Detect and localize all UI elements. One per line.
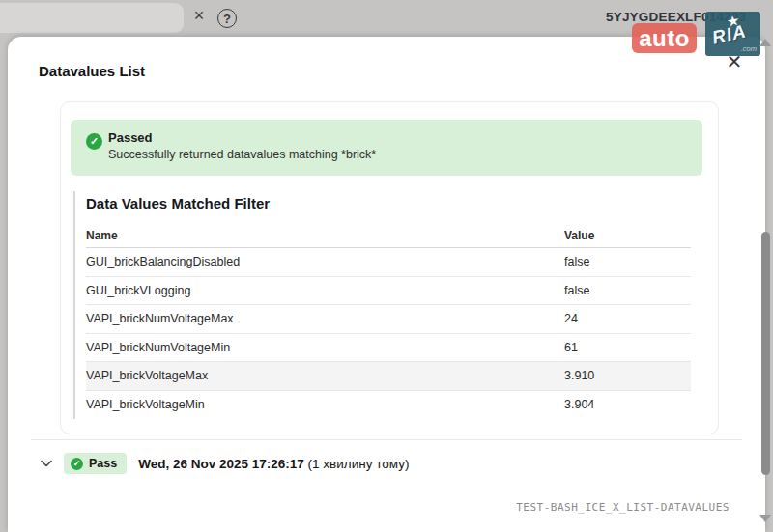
cell-value: 3.910 (564, 369, 691, 382)
chevron-down-icon[interactable] (39, 457, 54, 470)
cell-name: VAPI_brickVoltageMax (86, 369, 564, 382)
scrollbar-down-arrow[interactable] (759, 515, 771, 522)
run-relative-time: (1 хвилину тому) (308, 457, 410, 471)
cell-value: false (564, 284, 691, 297)
table-header-row: Name Value (86, 223, 691, 248)
help-icon[interactable]: ? (217, 9, 237, 28)
cell-name: VAPI_brickVoltageMin (86, 398, 564, 411)
table-row[interactable]: VAPI_brickNumVoltageMin 61 (86, 334, 691, 363)
pass-badge-label: Pass (89, 457, 117, 470)
cell-name: VAPI_brickNumVoltageMax (86, 312, 564, 325)
run-timestamp: Wed, 26 Nov 2025 17:26:17 (1 хвилину том… (138, 457, 409, 471)
modal-title: Datavalues List (39, 63, 145, 79)
column-header-name: Name (86, 229, 564, 242)
run-datetime: Wed, 26 Nov 2025 17:26:17 (138, 457, 304, 471)
tab-close-icon[interactable]: × (189, 6, 209, 26)
table-row[interactable]: GUI_brickVLogging false (86, 277, 691, 306)
footer-divider (31, 439, 742, 440)
cell-name: VAPI_brickNumVoltageMin (86, 341, 564, 354)
cell-value: 3.904 (564, 398, 691, 411)
cell-name: GUI_brickBalancingDisabled (86, 255, 564, 268)
table-row[interactable]: VAPI_brickVoltageMin 3.904 (86, 391, 691, 420)
cell-name: GUI_brickVLogging (86, 284, 564, 297)
scrollbar-thumb[interactable] (761, 232, 770, 475)
scrollbar-up-arrow[interactable] (759, 39, 771, 46)
column-header-value: Value (564, 229, 691, 242)
browser-tab[interactable] (0, 3, 184, 33)
cell-value: 61 (564, 341, 691, 354)
check-circle-icon: ✓ (86, 133, 102, 150)
table-row[interactable]: VAPI_brickVoltageMax 3.910 (86, 362, 691, 391)
test-identifier: TEST-BASH_ICE_X_LIST-DATAVALUES (516, 501, 730, 514)
test-result-card: ✓ Passed Successfully returned datavalue… (60, 101, 719, 434)
passed-status-label: Passed (108, 130, 153, 145)
pass-status-badge[interactable]: ✓ Pass (64, 453, 127, 474)
cell-value: 24 (564, 312, 691, 325)
cell-value: false (564, 255, 691, 268)
datavalues-modal: Datavalues List ✕ ✓ Passed Successfully … (8, 37, 765, 532)
datavalues-table: Name Value GUI_brickBalancingDisabled fa… (86, 223, 691, 419)
passed-banner: ✓ Passed Successfully returned datavalue… (71, 120, 702, 176)
section-heading: Data Values Matched Filter (86, 195, 718, 211)
table-row[interactable]: VAPI_brickNumVoltageMax 24 (86, 305, 691, 334)
passed-status-message: Successfully returned datavalues matchin… (108, 148, 376, 161)
run-history-row[interactable]: ✓ Pass Wed, 26 Nov 2025 17:26:17 (1 хвил… (39, 452, 409, 475)
check-circle-icon: ✓ (71, 458, 83, 470)
matched-filter-section: Data Values Matched Filter Name Value GU… (73, 191, 718, 419)
ria-watermark-domain: .com (741, 44, 757, 53)
ria-watermark-logo: ★ RIA .com (705, 12, 760, 56)
auto-watermark-logo: auto (632, 23, 697, 53)
table-row[interactable]: GUI_brickBalancingDisabled false (86, 248, 691, 277)
